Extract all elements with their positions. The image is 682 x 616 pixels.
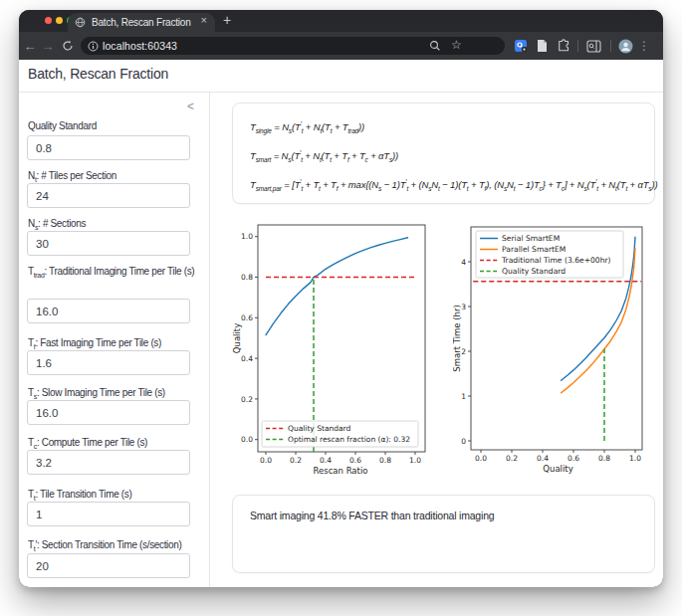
- svg-text:0.2: 0.2: [290, 456, 302, 465]
- svg-text:Optimal rescan fraction (α):: Optimal rescan fraction (α): 0.32: [288, 435, 410, 444]
- password-extension-icon[interactable]: [514, 39, 528, 53]
- svg-text:0.2: 0.2: [506, 454, 518, 463]
- svg-text:1.0: 1.0: [629, 454, 641, 463]
- svg-text:1: 1: [461, 392, 466, 401]
- svg-text:0.4: 0.4: [320, 456, 332, 465]
- svg-text:Quality: Quality: [543, 464, 572, 474]
- svg-text:Rescan Ratio: Rescan Ratio: [314, 466, 368, 476]
- reload-button[interactable]: [59, 32, 77, 60]
- browser-window: Batch, Rescan Fraction × + ← →: [19, 10, 663, 587]
- new-tab-button[interactable]: +: [223, 12, 231, 28]
- svg-text:0.8: 0.8: [598, 454, 610, 463]
- side-panel-search-icon[interactable]: [586, 39, 601, 57]
- tile-transition-input[interactable]: [27, 502, 190, 526]
- zoom-icon[interactable]: [429, 40, 441, 52]
- svg-text:Smart Time (hr): Smart Time (hr): [453, 305, 462, 371]
- toolbar-separator: [577, 40, 578, 52]
- svg-text:Quality: Quality: [232, 323, 242, 353]
- svg-text:0.4: 0.4: [537, 454, 549, 463]
- address-bar[interactable]: localhost:60343 ☆: [81, 37, 505, 55]
- svg-text:0.2: 0.2: [241, 395, 253, 404]
- browser-tab[interactable]: Batch, Rescan Fraction ×: [68, 13, 215, 32]
- browser-toolbar: ← → localhost:60343 ☆: [19, 32, 663, 61]
- extensions-puzzle-icon[interactable]: [558, 39, 571, 57]
- sections-input[interactable]: [27, 231, 190, 256]
- tab-title: Batch, Rescan Fraction: [92, 17, 191, 28]
- globe-favicon-icon: [75, 17, 86, 28]
- svg-text:0.0: 0.0: [241, 435, 253, 444]
- page-content: Batch, Rescan Fraction < Quality Standar…: [19, 60, 663, 587]
- svg-text:0.0: 0.0: [475, 454, 487, 463]
- svg-text:0.4: 0.4: [241, 354, 253, 363]
- traditional-time-input[interactable]: [27, 299, 190, 323]
- formula-t-single: Tsingle = Ns(T′t + Nt(Tt + Ttrad)): [250, 120, 364, 134]
- svg-text:Quality Standard: Quality Standard: [288, 424, 351, 433]
- svg-text:0.8: 0.8: [379, 456, 391, 465]
- toolbar-separator: [610, 40, 611, 52]
- bookmark-star-icon[interactable]: ☆: [451, 38, 462, 52]
- back-button[interactable]: ←: [21, 32, 39, 60]
- header-divider: [19, 92, 663, 93]
- plot-smart-time-vs-quality: 0.00.20.40.60.81.001234QualitySmart Time…: [453, 216, 662, 477]
- profile-avatar[interactable]: [618, 39, 633, 58]
- quality-standard-input[interactable]: [27, 135, 190, 160]
- forward-button[interactable]: →: [39, 32, 57, 60]
- svg-text:0.6: 0.6: [568, 454, 579, 463]
- svg-text:Quality Standard: Quality Standard: [502, 267, 566, 276]
- svg-text:0: 0: [461, 437, 466, 446]
- document-extension-icon[interactable]: [536, 39, 549, 57]
- svg-text:Parallel SmartEM: Parallel SmartEM: [502, 245, 566, 254]
- browser-titlebar: Batch, Rescan Fraction × +: [19, 10, 663, 32]
- svg-text:0.0: 0.0: [260, 456, 272, 465]
- plot-quality-vs-rescan-ratio: 0.00.20.40.60.81.00.00.20.40.60.81.0Resc…: [229, 216, 450, 477]
- compute-time-input[interactable]: [27, 450, 190, 475]
- formula-t-smart: Tsmart = Ns(T′t + Nt(Tt + Tf + Tc + αTs)…: [250, 149, 398, 163]
- formula-t-smart-par: Tsmart,par = [T′t + Tt + Tf + max{(Ns − …: [250, 178, 658, 192]
- sidebar-collapse-icon[interactable]: <: [187, 100, 194, 113]
- status-card: Smart imaging 41.8% FASTER than traditio…: [232, 495, 655, 573]
- slow-time-input[interactable]: [27, 400, 190, 425]
- svg-text:Serial SmartEM: Serial SmartEM: [502, 234, 560, 243]
- fast-time-input[interactable]: [27, 350, 190, 375]
- reload-icon: [62, 40, 74, 52]
- tiles-per-section-input[interactable]: [27, 183, 190, 208]
- svg-text:4: 4: [461, 258, 466, 267]
- svg-text:0.6: 0.6: [241, 313, 253, 322]
- field-label-quality-standard: Quality Standard: [28, 119, 211, 132]
- status-message: Smart imaging 41.8% FASTER than traditio…: [250, 510, 494, 521]
- desktop-background: Batch, Rescan Fraction × + ← →: [0, 0, 682, 616]
- svg-text:1.0: 1.0: [241, 232, 253, 241]
- svg-text:Traditional Time (3.6e+00hr): Traditional Time (3.6e+00hr): [501, 256, 611, 265]
- svg-text:0.8: 0.8: [241, 273, 253, 282]
- browser-menu-icon[interactable]: ⋮: [635, 32, 653, 60]
- window-close-button[interactable]: [45, 17, 52, 24]
- window-minimize-button[interactable]: [56, 17, 63, 24]
- field-label-traditional-time: Ttrad: Traditional Imaging Time per Tile…: [28, 265, 211, 282]
- formula-card: Tsingle = Ns(T′t + Nt(Tt + Ttrad)) Tsmar…: [232, 103, 655, 204]
- svg-text:1.0: 1.0: [409, 456, 421, 465]
- section-transition-input[interactable]: [27, 553, 190, 578]
- tab-close-icon[interactable]: ×: [201, 14, 207, 26]
- page-title: Batch, Rescan Fraction: [28, 66, 168, 82]
- url-text: localhost:60343: [103, 40, 177, 52]
- svg-text:0.6: 0.6: [349, 456, 361, 465]
- site-info-icon[interactable]: [88, 41, 99, 52]
